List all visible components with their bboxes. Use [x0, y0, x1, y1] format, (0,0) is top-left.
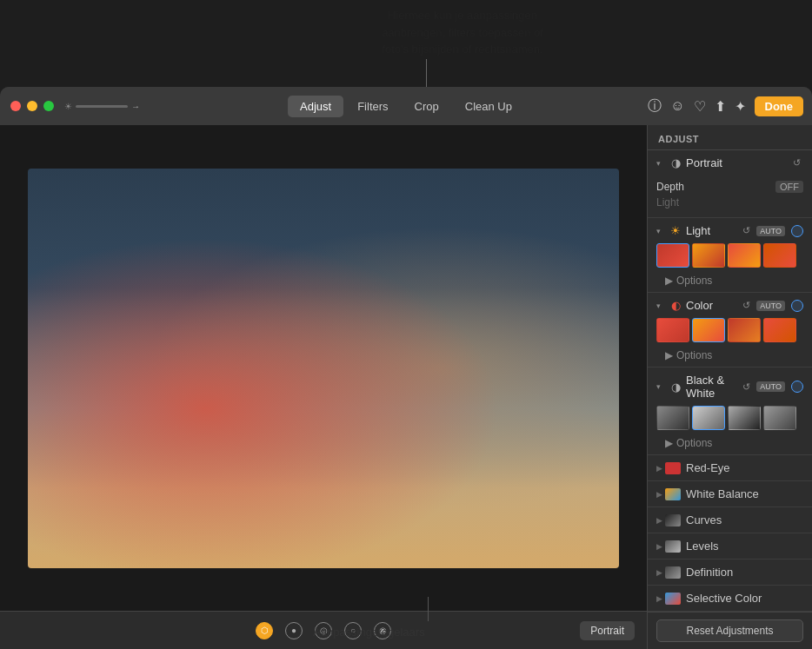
definition-icon [665, 566, 681, 579]
magic-icon[interactable]: ✦ [735, 98, 746, 115]
definition-chevron-icon: ▶ [656, 568, 665, 577]
toolbar-circle1-icon[interactable]: ● [285, 622, 303, 639]
tab-crop[interactable]: Crop [403, 96, 451, 117]
bw-icon: ◑ [669, 381, 682, 394]
color-thumb-2[interactable] [692, 318, 725, 342]
brightness-slider[interactable]: ☀ → [64, 102, 140, 111]
tooltip-line2: aanbrengen, filters toepassen of [287, 24, 638, 42]
light-thumb-3[interactable] [728, 243, 761, 268]
color-icon: ◐ [669, 299, 682, 312]
definition-title: Definition [686, 566, 733, 579]
whitebalance-icon [665, 488, 681, 500]
bw-thumb-1[interactable] [656, 406, 689, 430]
callout-line-top [426, 59, 427, 87]
color-toggle[interactable] [791, 300, 803, 312]
bw-title: Black & White [686, 374, 739, 400]
color-thumb-4[interactable] [763, 318, 796, 342]
color-thumb-3[interactable] [728, 318, 761, 342]
smiley-icon[interactable]: ☺ [670, 98, 684, 114]
redeye-chevron-icon: ▶ [656, 464, 665, 473]
adjust-panel: ADJUST ▾ ◑ Portrait ↺ Depth OFF [647, 125, 812, 649]
section-redeye[interactable]: ▶ Red-Eye [648, 455, 812, 481]
tab-adjust[interactable]: Adjust [288, 96, 343, 117]
heart-icon[interactable]: ♡ [694, 98, 706, 115]
info-icon[interactable]: ⓘ [648, 97, 662, 116]
tab-cleanup[interactable]: Clean Up [453, 96, 524, 117]
minimize-button[interactable] [27, 101, 37, 111]
bw-section-header[interactable]: ▾ ◑ Black & White ↺ AUTO [648, 368, 812, 406]
bw-options-label: ▶ Options [665, 437, 803, 449]
depth-label: Depth [656, 181, 775, 193]
portrait-chevron-icon: ▾ [656, 159, 665, 168]
wb-chevron-icon: ▶ [656, 490, 665, 499]
color-thumb-1[interactable] [656, 318, 689, 342]
reset-adjustments-button[interactable]: Reset Adjustments [656, 619, 803, 642]
light-badge: AUTO [756, 226, 785, 236]
section-selective-color[interactable]: ▶ Selective Color [648, 586, 812, 612]
bw-reset-icon[interactable]: ↺ [742, 381, 750, 393]
bw-options-row[interactable]: ▶ Options [648, 435, 812, 454]
bw-thumb-4[interactable] [763, 406, 796, 430]
color-chevron-icon: ▾ [656, 301, 665, 310]
share-icon[interactable]: ⬆ [715, 98, 726, 115]
depth-value[interactable]: OFF [775, 181, 803, 193]
portrait-section-body: Depth OFF Light [648, 175, 812, 217]
tooltip-callout: Hiermee kun je aanpassingen aanbrengen, … [287, 7, 638, 58]
light-thumb-2[interactable] [692, 243, 725, 268]
light-thumb-4[interactable] [763, 243, 796, 268]
whitebalance-title: White Balance [686, 487, 759, 500]
color-options-label: ▶ Options [665, 349, 803, 361]
portrait-icon: ◑ [669, 156, 682, 169]
light-chevron-icon: ▾ [656, 227, 665, 235]
color-options-row[interactable]: ▶ Options [648, 348, 812, 367]
selective-chevron-icon: ▶ [656, 594, 665, 603]
main-content: ⬡ ● ◎ ○ ◉ Portrait ADJUST ▾ ◑ Portrait ↺ [0, 125, 812, 649]
light-reset-icon[interactable]: ↺ [742, 225, 750, 236]
toolbar-hexagon-icon[interactable]: ⬡ [256, 622, 273, 639]
color-thumbnails [648, 318, 812, 348]
done-button[interactable]: Done [755, 96, 804, 116]
color-section-header[interactable]: ▾ ◐ Color ↺ AUTO [648, 293, 812, 318]
light-section-header[interactable]: ▾ ☀ Light ↺ AUTO [648, 218, 812, 243]
adjust-header: ADJUST [648, 125, 812, 150]
tab-filters[interactable]: Filters [345, 96, 400, 117]
maximize-button[interactable] [43, 101, 54, 111]
section-whitebalance[interactable]: ▶ White Balance [648, 481, 812, 507]
portrait-section-header[interactable]: ▾ ◑ Portrait ↺ [648, 150, 812, 175]
portrait-button[interactable]: Portrait [580, 621, 635, 640]
light-toggle[interactable] [791, 225, 803, 237]
bw-thumb-3[interactable] [728, 406, 761, 430]
levels-icon [665, 540, 681, 553]
depth-row: Depth OFF [656, 181, 803, 193]
section-color: ▾ ◐ Color ↺ AUTO [648, 293, 812, 368]
section-curves[interactable]: ▶ Curves [648, 507, 812, 533]
titlebar-right: ⓘ ☺ ♡ ⬆ ✦ Done [648, 96, 803, 116]
light-options-label: ▶ Options [665, 275, 803, 287]
portrait-reset-icon[interactable]: ↺ [793, 157, 801, 169]
portrait-light-label: Light [656, 196, 803, 209]
titlebar: ☀ → Adjust Filters Crop Clean Up ⓘ ☺ ♡ ⬆… [0, 87, 812, 125]
traffic-lights [10, 101, 54, 111]
tooltip-line1: Hiermee kun je aanpassingen [287, 7, 638, 24]
photo-area: ⬡ ● ◎ ○ ◉ Portrait [0, 125, 647, 649]
color-badge: AUTO [756, 301, 785, 311]
bw-toggle[interactable] [791, 381, 803, 393]
bw-chevron-icon: ▾ [656, 382, 665, 391]
selective-color-icon [665, 593, 681, 605]
light-options-row[interactable]: ▶ Options [648, 273, 812, 292]
curves-title: Curves [686, 513, 722, 526]
levels-chevron-icon: ▶ [656, 542, 665, 551]
redeye-icon [665, 462, 681, 474]
section-definition[interactable]: ▶ Definition [648, 560, 812, 586]
photo [28, 169, 619, 568]
bw-badge: AUTO [756, 381, 785, 392]
adjust-scroll[interactable]: ▾ ◑ Portrait ↺ Depth OFF Light [648, 150, 812, 612]
light-thumb-1[interactable] [656, 243, 689, 268]
bottom-annotation: Aanpassingsregelaars [313, 626, 425, 639]
color-reset-icon[interactable]: ↺ [742, 300, 750, 311]
bw-thumb-2[interactable] [692, 406, 725, 430]
bw-thumbnails [648, 406, 812, 435]
main-window: ☀ → Adjust Filters Crop Clean Up ⓘ ☺ ♡ ⬆… [0, 87, 812, 649]
section-levels[interactable]: ▶ Levels [648, 533, 812, 560]
close-button[interactable] [10, 101, 21, 111]
